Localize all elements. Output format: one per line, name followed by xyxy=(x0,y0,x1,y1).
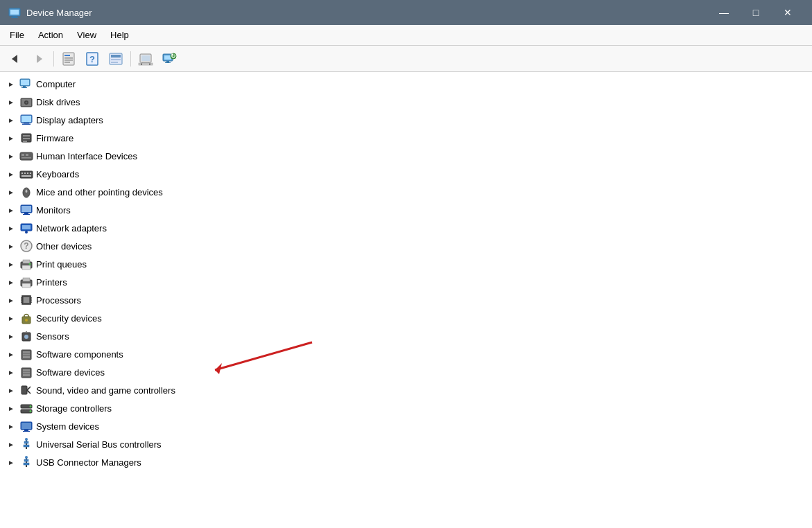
device-label: Computer xyxy=(36,79,76,89)
back-button[interactable] xyxy=(4,49,26,69)
svg-rect-38 xyxy=(21,116,31,122)
device-label: Keyboards xyxy=(36,169,79,179)
svg-rect-106 xyxy=(21,423,31,429)
view-toggle-button[interactable] xyxy=(105,49,127,69)
svg-rect-25 xyxy=(166,61,169,62)
svg-point-36 xyxy=(26,102,28,104)
menu-bar: File Action View Help xyxy=(0,25,812,46)
toolbar-sep-2 xyxy=(130,51,131,67)
device-label: System devices xyxy=(36,421,99,432)
view-toggle-icon xyxy=(108,51,123,67)
chevron-icon: ► xyxy=(6,367,17,378)
tree-item[interactable]: ► Display adapters xyxy=(0,111,812,129)
tree-item[interactable]: ► Disk drives xyxy=(0,93,812,111)
chevron-icon: ► xyxy=(6,385,17,396)
update-icon xyxy=(138,51,153,67)
tree-item[interactable]: ► Network adapters xyxy=(0,219,812,237)
tree-item[interactable]: ► Monitors xyxy=(0,201,812,219)
svg-point-112 xyxy=(25,438,28,441)
svg-rect-115 xyxy=(24,463,29,465)
tree-item[interactable]: ► Processors xyxy=(0,291,812,309)
device-label: Sensors xyxy=(36,331,69,342)
device-icon-storage xyxy=(19,401,33,415)
device-label: Network adapters xyxy=(36,223,107,234)
device-label: Storage controllers xyxy=(36,403,112,414)
tree-item[interactable]: ► System devices xyxy=(0,417,812,435)
svg-rect-47 xyxy=(26,154,28,156)
window-title: Device Manager xyxy=(26,8,92,18)
svg-rect-7 xyxy=(64,55,70,56)
device-icon-mouse xyxy=(19,185,33,199)
chevron-icon: ► xyxy=(6,313,17,324)
svg-rect-53 xyxy=(30,173,31,174)
scan-button[interactable]: ↻ xyxy=(158,49,180,69)
svg-point-57 xyxy=(26,190,28,193)
help-icon: ? xyxy=(85,51,100,67)
svg-rect-60 xyxy=(24,213,28,214)
chevron-icon: ► xyxy=(6,276,17,288)
tree-item[interactable]: ► Universal Serial Bus controllers xyxy=(0,435,812,453)
tree-item[interactable]: ► Software components xyxy=(0,345,812,363)
device-label: Disk drives xyxy=(36,97,80,107)
app-icon xyxy=(8,6,21,19)
tree-item[interactable]: ► Software devices xyxy=(0,363,812,381)
maximize-button[interactable]: □ xyxy=(740,0,772,25)
tree-item[interactable]: ► Security devices xyxy=(0,309,812,327)
device-icon-firmware xyxy=(19,131,33,145)
device-icon-sound xyxy=(19,383,33,397)
update-button[interactable] xyxy=(135,49,157,69)
svg-rect-59 xyxy=(21,206,31,212)
svg-rect-111 xyxy=(24,445,29,447)
menu-help[interactable]: Help xyxy=(103,27,136,43)
tree-item[interactable]: ► Firmware xyxy=(0,129,812,147)
menu-file[interactable]: File xyxy=(3,27,31,43)
svg-rect-42 xyxy=(23,135,30,137)
tree-item[interactable]: ► Mice and other pointing devices xyxy=(0,183,812,201)
device-icon-display xyxy=(19,113,33,127)
device-label: Universal Serial Bus controllers xyxy=(36,439,162,450)
svg-rect-96 xyxy=(21,386,27,394)
svg-rect-30 xyxy=(21,80,29,85)
svg-rect-107 xyxy=(24,430,28,431)
svg-rect-16 xyxy=(111,62,118,63)
minimize-button[interactable]: — xyxy=(708,0,740,25)
chevron-icon: ► xyxy=(6,331,17,342)
tree-item[interactable]: ► USB Connector Managers xyxy=(0,453,812,471)
tree-item[interactable]: ► Storage controllers xyxy=(0,399,812,417)
help-button[interactable]: ? xyxy=(81,49,103,69)
svg-text:?: ? xyxy=(89,54,95,64)
svg-rect-73 xyxy=(23,278,30,281)
menu-action[interactable]: Action xyxy=(31,27,70,43)
svg-text:?: ? xyxy=(24,241,28,251)
svg-rect-31 xyxy=(23,86,26,87)
properties-button[interactable] xyxy=(58,49,80,69)
device-label: Software components xyxy=(36,349,123,360)
svg-text:↻: ↻ xyxy=(171,53,176,60)
tree-item[interactable]: ► Computer xyxy=(0,75,812,93)
device-icon-security xyxy=(19,311,33,325)
svg-rect-114 xyxy=(24,459,28,461)
svg-rect-50 xyxy=(21,173,23,174)
tree-item[interactable]: ► Sound, video and game controllers xyxy=(0,381,812,399)
svg-point-21 xyxy=(141,63,142,64)
tree-item[interactable]: ► Human Interface Devices xyxy=(0,147,812,165)
toolbar: ? ↻ xyxy=(0,46,812,72)
svg-point-87 xyxy=(24,335,28,339)
title-bar: Device Manager — □ ✕ xyxy=(0,0,812,25)
svg-line-100 xyxy=(27,390,31,394)
close-button[interactable]: ✕ xyxy=(772,0,804,25)
device-label: Monitors xyxy=(36,205,71,215)
tree-item[interactable]: ► Keyboards xyxy=(0,165,812,183)
device-tree[interactable]: ► Computer ► Disk drives ► Display adapt… xyxy=(0,72,812,528)
svg-rect-26 xyxy=(165,62,171,63)
forward-button[interactable] xyxy=(28,49,50,69)
tree-item[interactable]: ► Print queues xyxy=(0,255,812,273)
chevron-icon: ► xyxy=(6,403,17,414)
menu-view[interactable]: View xyxy=(70,27,103,43)
tree-item[interactable]: ► ? Other devices xyxy=(0,237,812,255)
chevron-icon: ► xyxy=(6,240,17,252)
tree-item[interactable]: ► Printers xyxy=(0,273,812,291)
svg-rect-76 xyxy=(24,297,29,303)
svg-rect-3 xyxy=(11,17,18,18)
tree-item[interactable]: ► Sensors xyxy=(0,327,812,345)
